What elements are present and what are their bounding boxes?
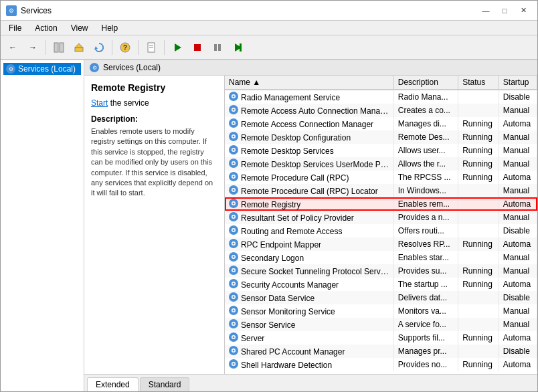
cell-status: Running: [458, 157, 499, 171]
maximize-button[interactable]: □: [496, 4, 513, 17]
cell-name: Remote Procedure Call (RPC) Locator: [225, 184, 393, 197]
table-row[interactable]: Shell Hardware DetectionProvides no...Ru…: [225, 358, 537, 371]
service-icon: [229, 319, 238, 328]
start-service-button[interactable]: [168, 38, 187, 57]
services-table[interactable]: Name ▲ Description Status Startup Radio …: [225, 76, 537, 374]
table-row[interactable]: Remote Access Auto Connection ManagerCre…: [225, 104, 537, 117]
stop-service-button[interactable]: [188, 38, 207, 57]
tab-extended[interactable]: Extended: [87, 377, 139, 391]
service-icon: [229, 118, 238, 128]
col-description[interactable]: Description: [393, 76, 458, 90]
cell-startup: Disable: [499, 291, 537, 304]
main-panel: ⚙ Services (Local) Remote Registry Start…: [84, 60, 537, 391]
cell-name: Remote Desktop Services: [225, 144, 393, 157]
new-document-button[interactable]: [142, 38, 161, 57]
service-icon: [229, 199, 238, 208]
cell-status: Running: [458, 171, 499, 184]
minimize-button[interactable]: —: [477, 4, 495, 17]
refresh-button[interactable]: [90, 38, 108, 57]
table-row[interactable]: Remote RegistryEnables rem...Automa: [225, 197, 537, 211]
cell-status: Running: [458, 358, 499, 371]
cell-name: Sensor Monitoring Service: [225, 304, 393, 318]
toolbar-separator-2: [112, 40, 112, 55]
service-icon: [229, 172, 238, 181]
table-row[interactable]: Remote Desktop ConfigurationRemote Des..…: [225, 130, 537, 144]
table-row[interactable]: Sensor Monitoring ServiceMonitors va...M…: [225, 304, 537, 318]
svg-marker-3: [75, 43, 83, 47]
table-row[interactable]: RPC Endpoint MapperResolves RP...Running…: [225, 237, 537, 251]
pause-service-button[interactable]: [208, 38, 227, 57]
col-name[interactable]: Name ▲: [225, 76, 393, 90]
cell-status: [458, 291, 499, 304]
menu-file[interactable]: File: [3, 22, 27, 34]
cell-startup: Automa: [499, 237, 537, 251]
cell-status: [458, 211, 499, 224]
sidebar-item-services-local[interactable]: ⚙ Services (Local): [3, 63, 81, 75]
svg-point-78: [233, 363, 235, 365]
svg-point-39: [233, 189, 235, 191]
help-button[interactable]: ?: [116, 38, 134, 57]
svg-point-18: [233, 96, 235, 98]
table-row[interactable]: Remote Access Connection ManagerManages …: [225, 117, 537, 130]
restart-service-button[interactable]: [228, 38, 247, 57]
back-button[interactable]: ←: [3, 38, 22, 57]
toolbar: ← → ?: [1, 35, 537, 60]
show-console-tree-button[interactable]: [50, 38, 68, 57]
svg-rect-2: [75, 47, 83, 52]
cell-startup: Disable: [499, 90, 537, 104]
table-row[interactable]: Secondary LogonEnables star...Manual: [225, 251, 537, 264]
table-row[interactable]: Sensor ServiceA service fo...Manual: [225, 318, 537, 331]
table-row[interactable]: Secure Socket Tunneling Protocol Service…: [225, 264, 537, 278]
table-row[interactable]: Remote Procedure Call (RPC) LocatorIn Wi…: [225, 184, 537, 197]
cell-description: Manages di...: [393, 117, 458, 130]
menu-help[interactable]: Help: [96, 22, 124, 34]
cell-description: Remote Des...: [393, 130, 458, 144]
table-row[interactable]: Remote Desktop Services UserMode Port ..…: [225, 157, 537, 171]
cell-status: [458, 345, 499, 358]
menu-view[interactable]: View: [66, 22, 94, 34]
svg-rect-0: [54, 43, 58, 52]
table-row[interactable]: Resultant Set of Policy ProviderProvides…: [225, 211, 537, 224]
table-row[interactable]: Security Accounts ManagerThe startup ...…: [225, 278, 537, 291]
svg-point-30: [233, 149, 235, 151]
window-controls: — □ ✕: [477, 4, 532, 17]
svg-point-69: [233, 323, 235, 325]
forward-button[interactable]: →: [23, 38, 42, 57]
main-window: ⚙ Services — □ ✕ File Action View Help ←…: [0, 0, 538, 392]
close-button[interactable]: ✕: [515, 4, 532, 17]
col-startup[interactable]: Startup: [499, 76, 537, 90]
svg-point-54: [233, 256, 235, 258]
service-icon: [229, 306, 238, 315]
tab-standard[interactable]: Standard: [140, 377, 190, 391]
cell-status: Running: [458, 264, 499, 278]
cell-description: A service fo...: [393, 318, 458, 331]
cell-description: Provides no...: [393, 358, 458, 371]
svg-rect-11: [194, 44, 201, 51]
table-row[interactable]: Sensor Data ServiceDelivers dat...Disabl…: [225, 291, 537, 304]
start-service-link[interactable]: Start: [91, 98, 108, 108]
svg-point-48: [233, 229, 235, 231]
cell-status: [458, 224, 499, 237]
cell-description: Supports fil...: [393, 331, 458, 345]
menu-action[interactable]: Action: [29, 22, 62, 34]
table-row[interactable]: Remote Procedure Call (RPC)The RPCSS ...…: [225, 171, 537, 184]
table-row[interactable]: Routing and Remote AccessOffers routi...…: [225, 224, 537, 237]
up-one-level-button[interactable]: [70, 38, 88, 57]
sidebar-item-label: Services (Local): [18, 64, 76, 74]
col-status[interactable]: Status: [458, 76, 499, 90]
svg-rect-1: [60, 43, 64, 52]
cell-startup: Manual: [499, 264, 537, 278]
table-row[interactable]: ServerSupports fil...RunningAutoma: [225, 331, 537, 345]
cell-status: Running: [458, 237, 499, 251]
svg-rect-13: [218, 44, 221, 51]
sidebar-tree: ⚙ Services (Local): [1, 60, 84, 391]
svg-point-51: [233, 243, 235, 245]
cell-name: Secure Socket Tunneling Protocol Service: [225, 264, 393, 278]
cell-status: [458, 197, 499, 211]
cell-startup: Manual: [499, 304, 537, 318]
table-row[interactable]: Remote Desktop ServicesAllows user...Run…: [225, 144, 537, 157]
cell-name: Remote Desktop Configuration: [225, 130, 393, 144]
cell-name: Remote Access Connection Manager: [225, 117, 393, 130]
table-row[interactable]: Radio Management ServiceRadio Mana...Dis…: [225, 90, 537, 104]
table-row[interactable]: Shared PC Account ManagerManages pr...Di…: [225, 345, 537, 358]
